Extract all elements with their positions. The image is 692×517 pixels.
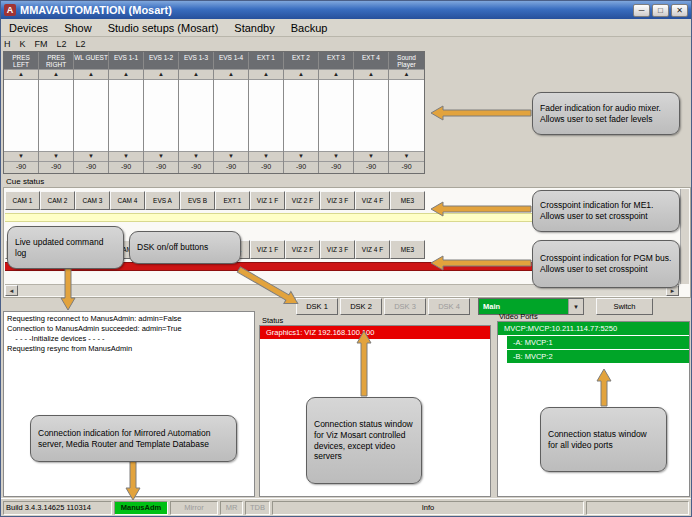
fader-up-button[interactable]: ▲ — [389, 69, 424, 80]
fader-channel-label: PRES RIGHT — [39, 52, 73, 69]
close-button[interactable]: ✕ — [671, 4, 688, 17]
fader-level-value: -90 — [179, 162, 213, 173]
menu-item[interactable]: Backup — [283, 21, 336, 35]
crosspoint-pgm-button[interactable]: VIZ 4 F — [355, 240, 390, 259]
crosspoint-me1-button[interactable]: VIZ 2 F — [285, 191, 320, 210]
fader-up-button[interactable]: ▲ — [249, 69, 283, 80]
crosspoint-me1-button[interactable]: EVS B — [180, 191, 215, 210]
fader-track[interactable] — [74, 80, 108, 151]
crosspoint-me1-button[interactable]: EXT 1 — [215, 191, 250, 210]
arrow-down-icon — [125, 460, 141, 501]
fader-down-button[interactable]: ▼ — [214, 151, 248, 162]
crosspoint-me1-button[interactable]: CAM 1 — [5, 191, 40, 210]
ports-callout-text: Connection status window for all video p… — [548, 429, 659, 450]
fader-up-button[interactable]: ▲ — [214, 69, 248, 80]
menu-item[interactable]: Devices — [1, 21, 56, 35]
minimize-button[interactable]: ─ — [633, 4, 650, 17]
maximize-button[interactable]: □ — [652, 4, 669, 17]
fader-track[interactable] — [144, 80, 178, 151]
fader-up-button[interactable]: ▲ — [319, 69, 353, 80]
dsk-button[interactable]: DSK 3 — [384, 298, 426, 315]
crosspoint-me1-button[interactable]: VIZ 3 F — [320, 191, 355, 210]
quickbar-button[interactable]: FM — [35, 39, 48, 49]
fader-bank: PRES LEFT▲▼-90PRES RIGHT▲▼-90WL GUEST▲▼-… — [3, 51, 425, 174]
cue-vertical-scrollbar[interactable] — [680, 189, 689, 284]
scroll-left-button[interactable]: ◄ — [5, 285, 18, 296]
fader-down-button[interactable]: ▼ — [109, 151, 143, 162]
quickbar-button[interactable]: L2 — [76, 39, 86, 49]
fader-up-button[interactable]: ▲ — [74, 69, 108, 80]
video-port-item[interactable]: -B: MVCP:2 — [507, 350, 689, 363]
me1-callout: Crosspoint indication for ME1. Allows us… — [532, 190, 680, 232]
fader-track[interactable] — [109, 80, 143, 151]
crosspoint-me1-button[interactable]: VIZ 4 F — [355, 191, 390, 210]
menu-item[interactable]: Standby — [226, 21, 282, 35]
fader-down-button[interactable]: ▼ — [74, 151, 108, 162]
ports-callout: Connection status window for all video p… — [540, 407, 667, 472]
fader-down-button[interactable]: ▼ — [4, 151, 38, 162]
log-line: Requesting reconnect to ManusAdmin: admi… — [7, 314, 251, 324]
fader-up-button[interactable]: ▲ — [179, 69, 213, 80]
log-line: Connection to ManusAdmin succeeded: admi… — [7, 324, 251, 334]
quickbar-button[interactable]: L2 — [57, 39, 67, 49]
crosspoint-pgm-button[interactable]: VIZ 3 F — [320, 240, 355, 259]
fader-down-button[interactable]: ▼ — [179, 151, 213, 162]
dsk-button[interactable]: DSK 2 — [340, 298, 382, 315]
video-port-item[interactable]: -A: MVCP:1 — [507, 336, 689, 349]
fader-track[interactable] — [319, 80, 353, 151]
fader-level-value: -90 — [109, 162, 143, 173]
quickbar-button[interactable]: K — [20, 39, 26, 49]
quick-bar: HKFML2L2 — [4, 38, 86, 50]
fader-down-button[interactable]: ▼ — [144, 151, 178, 162]
cue-status-label: Cue status — [6, 177, 44, 186]
chevron-down-icon[interactable]: ▼ — [568, 299, 583, 314]
status-callout-text: Connection status window for Viz Mosart … — [314, 419, 414, 462]
fader-down-button[interactable]: ▼ — [354, 151, 388, 162]
dsk-button[interactable]: DSK 1 — [296, 298, 338, 315]
status-callout: Connection status window for Viz Mosart … — [306, 397, 422, 484]
fader-up-button[interactable]: ▲ — [109, 69, 143, 80]
fader-track[interactable] — [249, 80, 283, 151]
fader-up-button[interactable]: ▲ — [284, 69, 318, 80]
arrow-left-icon — [430, 105, 532, 121]
title-bar[interactable]: A MMAVAUTOMATION (Mosart) ─ □ ✕ — [1, 1, 691, 19]
crosspoint-me1-button[interactable]: CAM 3 — [75, 191, 110, 210]
fader-up-button[interactable]: ▲ — [354, 69, 388, 80]
fader-level-value: -90 — [39, 162, 73, 173]
fader-down-button[interactable]: ▼ — [249, 151, 283, 162]
fader-track[interactable] — [4, 80, 38, 151]
fader-up-button[interactable]: ▲ — [39, 69, 73, 80]
fader-up-button[interactable]: ▲ — [144, 69, 178, 80]
device-status-item[interactable]: Graphics1: VIZ 192.168.100.100 — [260, 326, 490, 339]
menu-item[interactable]: Show — [56, 21, 100, 35]
crosspoint-me1-button[interactable]: CAM 4 — [110, 191, 145, 210]
switch-button[interactable]: Switch — [596, 298, 653, 315]
fader-track[interactable] — [214, 80, 248, 151]
fader-track[interactable] — [179, 80, 213, 151]
crosspoint-pgm-button[interactable]: VIZ 1 F — [250, 240, 285, 259]
fader-up-button[interactable]: ▲ — [4, 69, 38, 80]
crosspoint-me1-button[interactable]: CAM 2 — [40, 191, 75, 210]
arrow-left-icon — [430, 201, 532, 217]
crosspoint-pgm-button[interactable]: VIZ 2 F — [285, 240, 320, 259]
crosspoint-me1-button[interactable]: VIZ 1 F — [250, 191, 285, 210]
fader-track[interactable] — [389, 80, 424, 151]
menu-item[interactable]: Studio setups (Mosart) — [100, 21, 227, 35]
dsk-button[interactable]: DSK 4 — [428, 298, 470, 315]
fader-down-button[interactable]: ▼ — [319, 151, 353, 162]
fader-channel: EXT 3▲▼-90 — [319, 52, 354, 173]
fader-down-button[interactable]: ▼ — [284, 151, 318, 162]
video-port-item[interactable]: MVCP:MVCP:10.211.114.77:5250 — [498, 322, 689, 335]
fader-down-button[interactable]: ▼ — [389, 151, 424, 162]
fader-channel-label: EXT 2 — [284, 52, 318, 69]
fader-channel: EXT 2▲▼-90 — [284, 52, 319, 173]
fader-track[interactable] — [39, 80, 73, 151]
quickbar-button[interactable]: H — [4, 39, 11, 49]
fader-track[interactable] — [354, 80, 388, 151]
build-version: Build 3.4.3.14625 110314 — [3, 501, 112, 515]
fader-down-button[interactable]: ▼ — [39, 151, 73, 162]
crosspoint-pgm-button[interactable]: ME3 — [390, 240, 425, 259]
fader-track[interactable] — [284, 80, 318, 151]
crosspoint-me1-button[interactable]: ME3 — [390, 191, 425, 210]
crosspoint-me1-button[interactable]: EVS A — [145, 191, 180, 210]
